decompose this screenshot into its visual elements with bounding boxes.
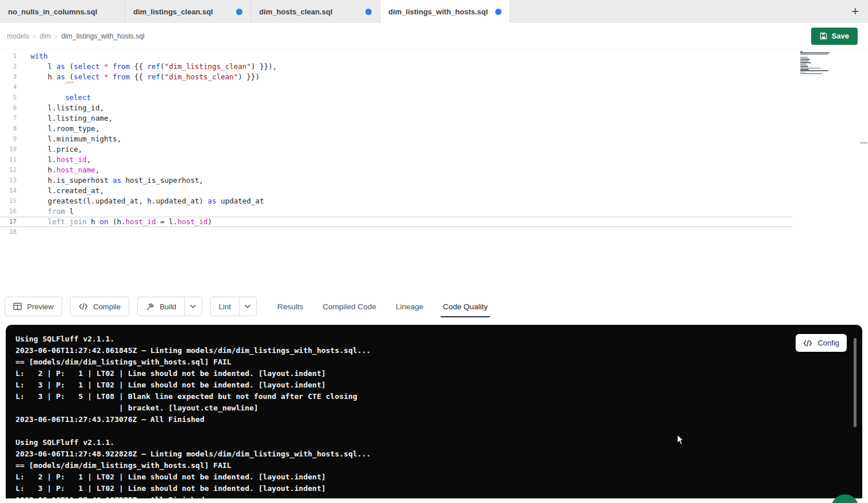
code-icon — [803, 340, 812, 347]
new-tab-button[interactable]: + — [842, 0, 868, 23]
code-text: l.minimum_nights, — [24, 134, 121, 144]
code-text: from l — [24, 206, 74, 217]
tab-label: dim_listings_with_hosts.sql — [388, 7, 491, 16]
panel-tab-compiled-code[interactable]: Compiled Code — [323, 293, 376, 320]
breadcrumb-segment[interactable]: dim — [40, 32, 51, 40]
panel-tabs: ResultsCompiled CodeLineageCode Quality — [277, 293, 488, 320]
save-button[interactable]: Save — [811, 28, 858, 45]
code-line[interactable]: 13 h.is_superhost as host_is_superhost, — [0, 175, 793, 186]
compile-button[interactable]: Compile — [70, 297, 129, 316]
grid-icon — [13, 302, 22, 310]
panel-tab-results[interactable]: Results — [277, 293, 303, 320]
config-button[interactable]: Config — [796, 334, 847, 352]
terminal-line: Using SQLFluff v2.1.1. — [16, 437, 862, 448]
terminal-panel: Using SQLFluff v2.1.1.2023-06-06T11:27:4… — [6, 325, 862, 498]
terminal-scrollbar[interactable] — [854, 338, 857, 427]
code-line[interactable]: 4 — [0, 82, 793, 93]
config-button-label: Config — [817, 339, 839, 347]
code-text: l.room_type, — [24, 124, 99, 134]
code-line[interactable]: 3 h as (select * from {{ ref("dim_hosts_… — [0, 72, 793, 82]
lint-button[interactable]: Lint — [210, 297, 257, 316]
chevron-down-icon[interactable] — [184, 297, 202, 316]
editor-tab[interactable]: no_nulls_in_columns.sql — [0, 0, 125, 23]
code-text: with — [24, 51, 48, 62]
breadcrumb-separator-icon: › — [33, 32, 36, 40]
code-text: left join h on (h.host_id = l.host_id) — [24, 217, 212, 227]
lint-button-main[interactable]: Lint — [211, 297, 239, 316]
code-line[interactable]: 16 from l — [0, 206, 793, 217]
panel-tab-code-quality[interactable]: Code Quality — [443, 293, 488, 320]
code-line[interactable]: 10 l.price, — [0, 144, 793, 155]
build-button-main[interactable]: Build — [138, 297, 184, 316]
code-line[interactable]: 2 l as (select * from {{ ref("dim_listin… — [0, 62, 793, 72]
build-button[interactable]: Build — [137, 297, 202, 316]
preview-button-main[interactable]: Preview — [5, 297, 61, 316]
tab-label: dim_listings_clean.sql — [133, 7, 232, 16]
line-number: 10 — [0, 144, 24, 155]
save-button-label: Save — [832, 32, 849, 40]
code-line[interactable]: 15 greatest(l.updated_at, h.updated_at) … — [0, 196, 793, 206]
code-line[interactable]: 17 left join h on (h.host_id = l.host_id… — [0, 217, 793, 227]
code-line[interactable]: 11 l.host_id, — [0, 155, 793, 165]
code-line[interactable]: 1with — [0, 51, 793, 62]
unsaved-changes-dot-icon[interactable] — [365, 9, 372, 15]
line-number: 12 — [0, 165, 24, 175]
code-line[interactable]: 12 h.host_name, — [0, 165, 793, 175]
code-line[interactable]: 9 l.minimum_nights, — [0, 134, 793, 144]
preview-button[interactable]: Preview — [5, 297, 62, 316]
line-number: 8 — [0, 124, 24, 134]
line-number: 15 — [0, 196, 24, 206]
terminal-line: L: 3 | P: 1 | LT02 | Line should not be … — [16, 379, 862, 391]
terminal-line: | bracket. [layout.cte_newline] — [16, 402, 862, 414]
button-label: Compile — [93, 302, 121, 311]
line-number: 14 — [0, 186, 24, 196]
terminal-line — [16, 425, 862, 437]
line-number: 3 — [0, 72, 24, 82]
line-number: 13 — [0, 175, 24, 186]
button-label: Preview — [27, 302, 53, 311]
code-text — [24, 227, 30, 237]
code-lines: 1with2 l as (select * from {{ ref("dim_l… — [0, 49, 868, 237]
compile-button-main[interactable]: Compile — [71, 297, 129, 316]
code-text: h.host_name, — [24, 165, 99, 175]
editor-tab[interactable]: dim_listings_with_hosts.sql — [380, 0, 510, 23]
code-line[interactable]: 6 l.listing_id, — [0, 103, 793, 113]
terminal-line: L: 2 | P: 1 | LT02 | Line should not be … — [16, 471, 862, 483]
code-text: greatest(l.updated_at, h.updated_at) as … — [24, 196, 264, 206]
terminal-line: L: 3 | P: 5 | LT08 | Blank line expected… — [16, 391, 862, 402]
code-line[interactable]: 8 l.room_type, — [0, 124, 793, 134]
terminal-line: Using SQLFluff v2.1.1. — [16, 333, 862, 345]
editor-tab[interactable]: dim_listings_clean.sql — [125, 0, 251, 23]
breadcrumb-segment[interactable]: models — [7, 32, 29, 40]
code-text — [24, 82, 30, 93]
terminal-line: L: 3 | P: 1 | LT02 | Line should not be … — [16, 483, 862, 494]
line-number: 9 — [0, 134, 24, 144]
code-line[interactable]: 5 select — [0, 93, 793, 103]
line-number: 7 — [0, 113, 24, 124]
toolbar-buttons: PreviewCompileBuildLint — [5, 297, 257, 316]
button-label: Build — [160, 302, 176, 311]
terminal-output: Using SQLFluff v2.1.1.2023-06-06T11:27:4… — [16, 333, 862, 498]
terminal-line: L: 2 | P: 1 | LT02 | Line should not be … — [16, 368, 862, 379]
panel-tab-lineage[interactable]: Lineage — [396, 293, 423, 320]
code-line[interactable]: 14 l.created_at, — [0, 186, 793, 196]
minimap[interactable] — [800, 51, 842, 76]
code-editor[interactable]: 1with2 l as (select * from {{ ref("dim_l… — [0, 49, 868, 293]
button-label: Lint — [219, 302, 231, 311]
code-text: l.listing_id, — [24, 103, 104, 113]
unsaved-changes-dot-icon[interactable] — [495, 9, 501, 15]
line-number: 4 — [0, 82, 24, 93]
build-icon — [146, 302, 155, 311]
code-text: h.is_superhost as host_is_superhost, — [24, 175, 203, 186]
line-number: 5 — [0, 93, 24, 103]
chevron-down-icon[interactable] — [239, 297, 256, 316]
terminal-line: 2023-06-06T11:27:43.173076Z — All Finish… — [16, 414, 862, 425]
editor-tab[interactable]: dim_hosts_clean.sql — [251, 0, 380, 23]
editor-scrollbar[interactable] — [860, 142, 867, 144]
code-text: l.host_id, — [24, 155, 91, 165]
code-line[interactable]: 7 l.listing_name, — [0, 113, 793, 124]
line-number: 17 — [0, 217, 24, 227]
unsaved-changes-dot-icon[interactable] — [236, 9, 242, 15]
line-number: 2 — [0, 62, 24, 72]
code-line[interactable]: 18 — [0, 227, 793, 237]
